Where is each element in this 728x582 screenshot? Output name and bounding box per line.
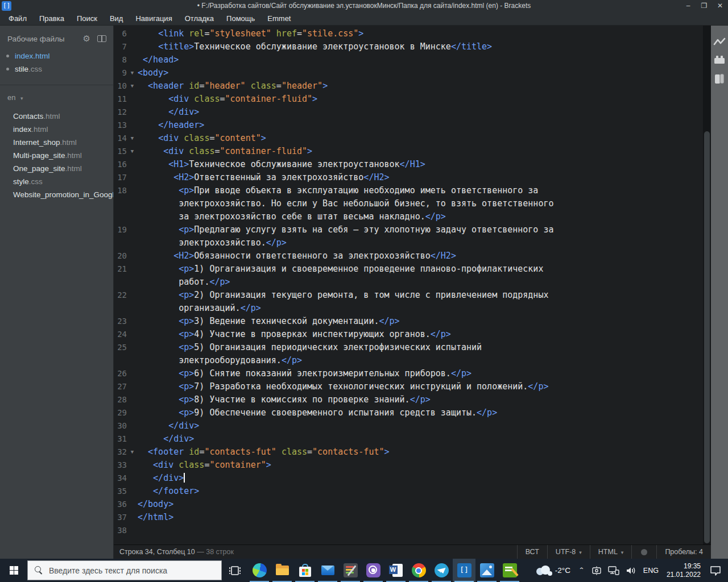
code-line: организаций.</p> (114, 302, 703, 315)
extension-manager-icon[interactable] (713, 55, 726, 64)
code-line: 11 <div class="container-fluid"> (114, 93, 703, 106)
fold-arrow-icon[interactable]: ▼ (127, 66, 138, 80)
project-file-item[interactable]: Contacts.html (0, 110, 113, 123)
weather-icon[interactable] (535, 566, 552, 576)
menu-item-поиск[interactable]: Поиск (71, 12, 104, 26)
right-toolbar (711, 26, 728, 559)
search-input[interactable] (49, 566, 208, 575)
code-line: 7 <title>Техническое обслуживание электр… (114, 40, 703, 53)
taskbar-app-word[interactable]: W (384, 559, 407, 582)
taskbar-search[interactable] (27, 560, 222, 580)
action-center-icon[interactable] (710, 566, 721, 576)
code-area[interactable]: 6 <link rel="stylesheet" href="stile.css… (114, 26, 703, 544)
code-line: 17 <H2>Ответственный за электрохозяйство… (114, 171, 703, 184)
code-line: 37</html> (114, 511, 703, 524)
menu-item-навигация[interactable]: Навигация (129, 12, 178, 26)
working-file-item[interactable]: index.html (0, 49, 113, 63)
fold-arrow-icon (127, 250, 138, 263)
split-view-icon[interactable] (97, 35, 106, 42)
project-dropdown[interactable]: en ▾ (0, 85, 113, 105)
fold-arrow-icon[interactable]: ▼ (127, 80, 138, 93)
fold-arrow-icon (127, 119, 138, 132)
taskbar-app-mail[interactable] (316, 559, 339, 582)
fold-arrow-icon (127, 419, 138, 433)
encoding-selector[interactable]: UTF-8▾ (547, 545, 590, 559)
project-file-item[interactable]: index.html (0, 123, 113, 136)
code-line: работ.</p> (114, 276, 703, 289)
line-number: 16 (114, 158, 127, 171)
fold-arrow-icon[interactable]: ▼ (127, 446, 138, 459)
scrollbar-thumb[interactable] (704, 131, 710, 543)
taskbar-app-faststone[interactable] (339, 559, 362, 582)
store-icon (298, 563, 312, 577)
indent-setting[interactable]: Пробелы: 4 (656, 545, 711, 559)
tray-expand-icon[interactable]: ⌃ (578, 567, 585, 573)
editor[interactable]: 6 <link rel="stylesheet" href="stile.css… (114, 26, 711, 559)
project-file-item[interactable]: Internet_shop.html (0, 136, 113, 149)
title-bar[interactable]: [] • F:/Разработка сайтов/Сайт обслужива… (0, 0, 728, 12)
maximize-button[interactable]: ❐ (696, 0, 712, 12)
fold-arrow-icon[interactable]: ▼ (127, 132, 138, 145)
lint-status-icon[interactable] (641, 549, 647, 555)
project-file-item[interactable]: style.css (0, 175, 113, 188)
scrollbar-track[interactable] (703, 26, 711, 544)
taskbar-app-brackets[interactable]: [] (453, 559, 475, 582)
code-line: 14▼ <div class="content"> (114, 132, 703, 145)
minimize-button[interactable]: – (680, 0, 696, 12)
clock[interactable]: 19:35 21.01.2022 (667, 562, 701, 579)
network-icon[interactable] (608, 566, 619, 575)
taskbar-app-store[interactable] (293, 559, 316, 582)
taskbar-app-viber[interactable] (362, 559, 384, 582)
weather-temperature[interactable]: -2°C (555, 566, 570, 575)
overwrite-indicator[interactable]: ВСТ (517, 545, 547, 559)
menu-item-вид[interactable]: Вид (104, 12, 130, 26)
start-button[interactable] (0, 559, 27, 582)
taskbar-app-edge[interactable] (248, 559, 271, 582)
fold-arrow-icon (127, 341, 138, 354)
word-icon: W (389, 563, 403, 577)
text-cursor (184, 473, 185, 483)
fold-arrow-icon (127, 485, 138, 498)
menu-item-правка[interactable]: Правка (33, 12, 71, 26)
code-line: 18 <p>При вводе объекта в эксплуатацию н… (114, 184, 703, 197)
fold-arrow-icon (127, 472, 138, 485)
snippets-panel-icon[interactable] (713, 73, 726, 85)
project-file-item[interactable]: One_page_site.html (0, 162, 113, 175)
close-button[interactable]: ✕ (712, 0, 728, 12)
menu-item-emmet[interactable]: Emmet (261, 12, 297, 26)
taskbar-app-explorer[interactable] (271, 559, 293, 582)
taskbar-app-photos[interactable] (475, 559, 498, 582)
fold-arrow-icon[interactable]: ▼ (127, 145, 138, 158)
line-number: 34 (114, 472, 127, 485)
code-line: 10▼ <header id="header" class="header"> (114, 80, 703, 93)
menu-item-отладка[interactable]: Отладка (179, 12, 220, 26)
language-indicator[interactable]: ENG (643, 567, 659, 575)
code-line: 31 </div> (114, 433, 703, 446)
windows-taskbar: W[] -2°C ⌃ ENG (0, 559, 728, 582)
live-preview-icon[interactable] (713, 37, 726, 46)
taskbar-app-chrome[interactable] (407, 559, 430, 582)
code-line: 38 (114, 524, 703, 537)
line-number: 14 (114, 132, 127, 145)
menu-item-файл[interactable]: Файл (2, 12, 33, 26)
edge-icon (253, 563, 267, 577)
code-line: 8 </head> (114, 53, 703, 66)
working-file-item[interactable]: stile.css (0, 63, 113, 76)
fold-arrow-icon (127, 106, 138, 119)
task-view-button[interactable] (222, 559, 248, 582)
fold-arrow-icon (127, 171, 138, 184)
code-line: 33 <div class="container"> (114, 459, 703, 472)
menu-item-помощь[interactable]: Помощь (220, 12, 261, 26)
meet-now-icon[interactable] (592, 566, 602, 575)
taskbar-app-green-editor[interactable] (498, 559, 521, 582)
language-selector[interactable]: HTML▾ (590, 545, 632, 559)
line-number: 17 (114, 171, 127, 184)
project-file-item[interactable]: Multi-page_site.html (0, 149, 113, 162)
fold-arrow-icon (127, 393, 138, 406)
green-editor-icon (503, 563, 517, 577)
volume-icon[interactable] (626, 566, 637, 575)
taskbar-app-telegram[interactable] (430, 559, 453, 582)
project-file-item[interactable]: Website_promotion_in_Google.h (0, 188, 113, 201)
gear-icon[interactable]: ⚙ (83, 34, 90, 44)
line-number: 10 (114, 80, 127, 93)
